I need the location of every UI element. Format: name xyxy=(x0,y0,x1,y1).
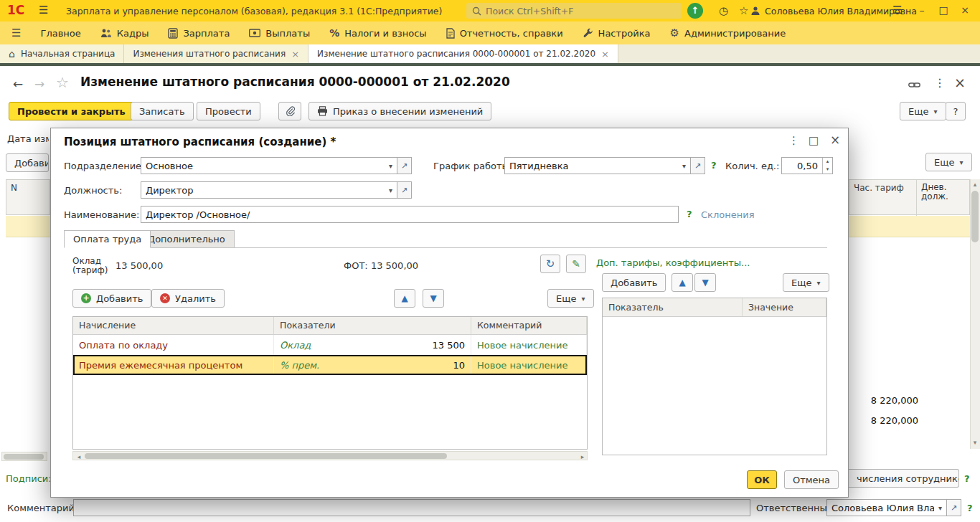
close-document-icon[interactable]: × xyxy=(954,75,966,90)
menu-item-nastroika[interactable]: Настройка xyxy=(583,28,651,39)
accruals-more-button[interactable]: Еще▾ xyxy=(547,289,594,308)
schedule-combo[interactable]: Пятидневка ▾ xyxy=(504,157,691,174)
tab-additional[interactable]: Дополнительно xyxy=(138,230,235,248)
service-menu-icon[interactable]: ☰ xyxy=(892,4,902,16)
department-open-button[interactable]: ↗ xyxy=(397,157,412,174)
department-combo[interactable]: Основное ▾ xyxy=(141,157,397,174)
schedule-help-icon[interactable]: ? xyxy=(711,160,717,171)
global-search-input[interactable]: Поиск Ctrl+Shift+F xyxy=(466,3,682,19)
salary-value[interactable]: 13 500,00 xyxy=(116,260,163,271)
tab-home[interactable]: ⌂ Начальная страница xyxy=(0,44,124,63)
spin-down-icon[interactable]: ▾ xyxy=(823,166,832,174)
close-tab-icon[interactable]: × xyxy=(601,49,609,60)
chevron-down-icon[interactable]: ▾ xyxy=(934,504,946,512)
responsible-open-button[interactable]: ↗ xyxy=(947,499,961,516)
post-and-close-button[interactable]: Провести и закрыть xyxy=(9,102,134,120)
back-icon[interactable]: ← xyxy=(13,77,23,91)
chevron-down-icon[interactable]: ▾ xyxy=(385,186,397,194)
maximize-button[interactable]: □ xyxy=(937,4,950,16)
sections-burger-icon[interactable]: ☰ xyxy=(11,27,21,39)
accruals-hscrollbar[interactable]: ◂ ▸ xyxy=(72,451,588,460)
comment-input[interactable] xyxy=(73,499,750,516)
extra-move-up-button[interactable]: ▲ xyxy=(672,273,693,292)
positions-more-button[interactable]: Еще▾ xyxy=(925,153,972,171)
minimize-button[interactable]: – xyxy=(915,4,928,16)
column-header-n[interactable]: N xyxy=(6,179,50,215)
menu-item-vyplaty[interactable]: Выплаты xyxy=(249,28,310,39)
extra-tariffs-link[interactable]: Доп. тарифы, коэффициенты... xyxy=(596,257,750,268)
responsible-combo[interactable]: Соловьева Юлия Владим ▾ xyxy=(826,499,947,516)
cancel-button[interactable]: Отмена xyxy=(784,470,839,489)
favorites-icon[interactable]: ☆ xyxy=(739,4,748,17)
recalculate-button[interactable]: ↻ xyxy=(540,255,560,273)
main-menu-icon[interactable]: ☰ xyxy=(39,4,48,16)
move-down-button[interactable]: ▼ xyxy=(423,289,444,308)
column-header-accrual[interactable]: Начисление xyxy=(73,317,274,334)
signatures-link[interactable]: Подписи: xyxy=(6,473,52,484)
accrual-name-cell[interactable]: Премия ежемесячная процентом xyxy=(73,355,274,375)
extra-more-button[interactable]: Еще▾ xyxy=(783,273,829,292)
print-order-button[interactable]: Приказ о внесении изменений xyxy=(308,102,491,120)
accrual-name-cell[interactable]: Оплата по окладу xyxy=(73,335,274,355)
schedule-open-button[interactable]: ↗ xyxy=(691,157,705,174)
scroll-down-icon[interactable]: ▾ xyxy=(970,439,980,446)
horizontal-scrollbar-thumb[interactable] xyxy=(4,454,44,460)
footer-help-icon[interactable]: ? xyxy=(967,503,973,513)
document-help-button[interactable]: ? xyxy=(946,102,966,120)
horizontal-scrollbar[interactable] xyxy=(1,452,47,461)
add-accrual-button[interactable]: + Добавить xyxy=(72,289,151,308)
chevron-down-icon[interactable]: ▾ xyxy=(678,162,690,170)
selected-row-band-right[interactable] xyxy=(849,216,970,237)
edit-salary-button[interactable]: ✎ xyxy=(566,255,586,273)
move-up-button[interactable]: ▲ xyxy=(394,289,415,308)
selected-row-band-left[interactable] xyxy=(6,216,50,237)
indicators-cell[interactable]: Оклад13 500 xyxy=(274,335,471,355)
extra-add-button[interactable]: Добавить xyxy=(602,273,666,292)
dialog-close-icon[interactable]: × xyxy=(830,133,840,147)
notifications-button[interactable]: ↑ xyxy=(687,3,703,19)
accruals-help-icon[interactable]: ? xyxy=(964,473,970,484)
delete-accrual-button[interactable]: ✕ Удалить xyxy=(151,289,225,308)
quantity-stepper[interactable]: 0,50 ▴ ▾ xyxy=(781,157,833,174)
close-app-button[interactable]: × xyxy=(958,4,971,16)
menu-item-administrirovanie[interactable]: ⚙ Администрирование xyxy=(670,27,786,39)
tab-pay[interactable]: Оплата труда xyxy=(64,230,151,248)
table-row-selected[interactable]: Премия ежемесячная процентом % прем.10 Н… xyxy=(73,355,587,375)
dialog-maximize-icon[interactable]: □ xyxy=(809,134,819,147)
comment-cell[interactable]: Новое начисление xyxy=(471,335,587,355)
menu-item-glavnoe[interactable]: Главное xyxy=(40,28,80,39)
column-header-indicator[interactable]: Показатель xyxy=(603,298,743,316)
menu-item-otchetnost[interactable]: Отчетность, справки xyxy=(446,28,563,39)
chevron-down-icon[interactable]: ▾ xyxy=(385,162,397,170)
employee-accruals-button-partial[interactable]: числения сотрудников xyxy=(849,469,959,488)
extra-move-down-button[interactable]: ▼ xyxy=(694,273,716,292)
menu-item-nalogi[interactable]: % Налоги и взносы xyxy=(329,27,426,39)
more-dots-icon[interactable]: ⋮ xyxy=(934,76,946,90)
menu-item-kadry[interactable]: Кадры xyxy=(100,28,149,39)
name-help-icon[interactable]: ? xyxy=(687,209,692,219)
scroll-right-icon[interactable]: ▸ xyxy=(578,453,588,460)
post-button[interactable]: Провести xyxy=(197,102,260,120)
column-header-day[interactable]: Днев. долж. xyxy=(917,180,971,216)
column-header-hour-rate[interactable]: Час. тариф xyxy=(849,180,917,216)
dialog-more-dots-icon[interactable]: ⋮ xyxy=(788,134,799,147)
menu-item-zarplata[interactable]: Зарплата xyxy=(168,28,230,39)
accruals-hscrollbar-thumb[interactable] xyxy=(85,453,447,459)
forward-icon[interactable]: → xyxy=(34,77,44,91)
vertical-scrollbar-thumb[interactable] xyxy=(971,191,979,242)
position-combo[interactable]: Директор ▾ xyxy=(141,181,397,199)
scroll-left-icon[interactable]: ◂ xyxy=(74,453,84,460)
scroll-up-icon[interactable]: ▴ xyxy=(970,181,980,188)
spin-up-icon[interactable]: ▴ xyxy=(823,158,832,166)
ok-button[interactable]: ОК xyxy=(747,470,777,489)
close-tab-icon[interactable]: × xyxy=(291,49,299,60)
tab-staff-changes-list[interactable]: Изменения штатного расписания × xyxy=(124,44,308,63)
tab-staff-change-document[interactable]: Изменение штатного расписания 0000-00000… xyxy=(308,44,618,63)
position-open-button[interactable]: ↗ xyxy=(397,181,412,199)
write-button[interactable]: Записать xyxy=(131,102,194,120)
column-header-indicators[interactable]: Показатели xyxy=(274,317,471,334)
declensions-link[interactable]: Склонения xyxy=(701,209,754,220)
table-row[interactable]: Оплата по окладу Оклад13 500 Новое начис… xyxy=(73,335,587,355)
column-header-comment[interactable]: Комментарий xyxy=(471,317,587,334)
history-icon[interactable]: ◷ xyxy=(719,4,728,17)
